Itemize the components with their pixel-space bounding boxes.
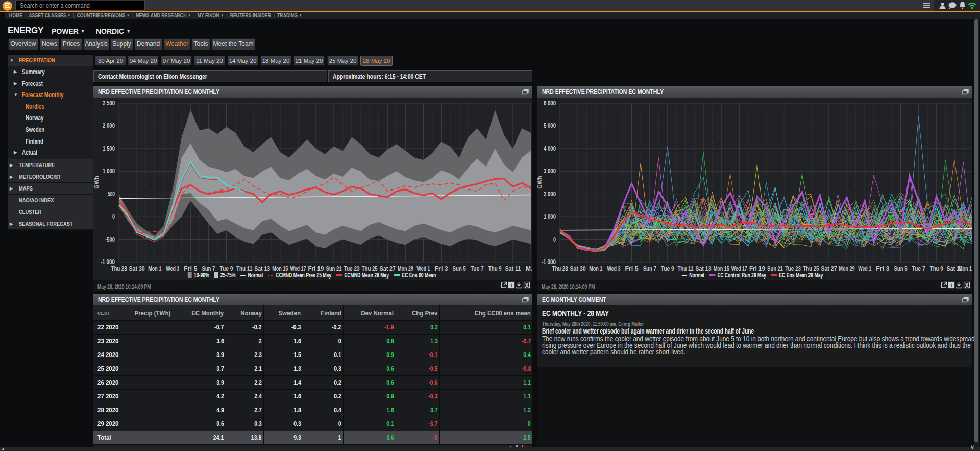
svg-text:Mon 1: Mon 1 (148, 265, 161, 272)
svg-text:Wed 3: Wed 3 (166, 265, 179, 272)
svg-text:4 000: 4 000 (544, 145, 556, 152)
svg-text:Sat 30: Sat 30 (570, 265, 586, 272)
svg-text:GWh: GWh (93, 176, 100, 189)
svg-text:Sat 11: Sat 11 (505, 265, 521, 272)
svg-text:Sun 5: Sun 5 (894, 265, 908, 272)
svg-text:Sat 30: Sat 30 (129, 265, 145, 272)
svg-text:2 500: 2 500 (103, 100, 115, 107)
svg-text:Tue 7: Tue 7 (471, 265, 484, 272)
svg-text:GWh: GWh (537, 176, 543, 189)
svg-text:1 000: 1 000 (544, 213, 556, 220)
svg-text:M...: M... (526, 265, 532, 272)
svg-text:5 000: 5 000 (544, 122, 556, 129)
svg-text:Mon 29: Mon 29 (839, 265, 855, 272)
svg-text:Thu 28: Thu 28 (111, 265, 127, 272)
svg-text:1 000: 1 000 (103, 168, 115, 175)
svg-text:Fri 3: Fri 3 (876, 265, 889, 272)
svg-text:Wed 1: Wed 1 (858, 265, 871, 272)
svg-text:Thu 9: Thu 9 (488, 265, 502, 272)
svg-text:X: X (525, 282, 529, 289)
svg-text:Thu 9: Thu 9 (930, 265, 943, 272)
svg-text:Wed 3: Wed 3 (607, 265, 620, 272)
svg-text:0: 0 (553, 236, 556, 243)
svg-text:X: X (965, 282, 969, 289)
svg-text:-1 000: -1 000 (101, 258, 115, 266)
svg-text:Sun 7: Sun 7 (643, 265, 656, 272)
svg-text:i: i (511, 282, 512, 288)
svg-text:Sun 5: Sun 5 (453, 265, 466, 272)
svg-text:2 000: 2 000 (103, 122, 115, 129)
svg-text:Tue 7: Tue 7 (912, 265, 925, 272)
svg-text:500: 500 (108, 191, 115, 198)
svg-text:0: 0 (112, 213, 115, 220)
svg-text:Thu 28: Thu 28 (552, 265, 568, 272)
svg-text:3 000: 3 000 (544, 168, 556, 175)
svg-text:Mon 1: Mon 1 (959, 265, 972, 272)
svg-text:2 000: 2 000 (544, 191, 556, 198)
svg-text:-1 000: -1 000 (542, 258, 556, 266)
svg-text:Mon 1: Mon 1 (589, 265, 602, 272)
svg-text:1 500: 1 500 (103, 145, 115, 152)
svg-text:6 000: 6 000 (544, 100, 556, 107)
svg-text:Tue 9: Tue 9 (661, 265, 674, 272)
svg-text:-500: -500 (105, 236, 115, 243)
svg-text:i: i (951, 282, 952, 288)
svg-text:Fri 5: Fri 5 (625, 265, 639, 272)
